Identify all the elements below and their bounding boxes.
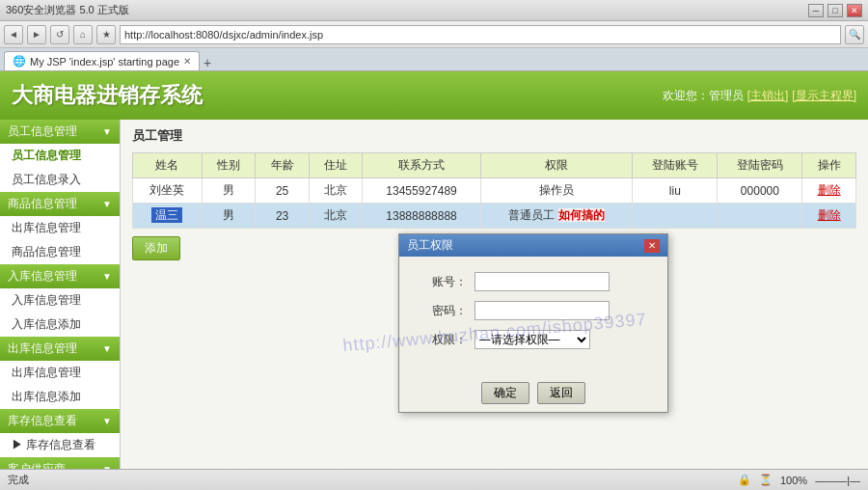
show-home-link[interactable]: [显示主程界] <box>792 88 856 104</box>
role-select[interactable]: —请选择权限— 操作员 普通员工 管理员 <box>475 330 590 349</box>
sidebar-item-inbound-add[interactable]: 入库信息添加 <box>0 313 120 337</box>
modal-overlay: 员工权限 ✕ 账号： 密码： 权限： <box>121 120 868 469</box>
tab-label: My JSP 'index.jsp' starting page <box>30 56 179 68</box>
home-button[interactable]: ⌂ <box>73 25 93 44</box>
header-right: 欢迎您：管理员 [主销出] [显示主程界] <box>663 88 856 104</box>
sidebar-group-inbound-label: 入库信息管理 <box>8 268 77 285</box>
welcome-text: 欢迎您：管理员 <box>663 88 744 104</box>
sidebar-group-inventory[interactable]: 库存信息查看 ▼ <box>0 409 120 433</box>
close-button[interactable]: ✕ <box>847 4 862 17</box>
sidebar-group-goods-label: 商品信息管理 <box>8 196 77 212</box>
sidebar-group-goods[interactable]: 商品信息管理 ▼ <box>0 192 120 216</box>
search-button[interactable]: 🔍 <box>845 25 864 44</box>
status-text: 完成 <box>8 473 738 487</box>
maximize-button[interactable]: □ <box>827 4 843 17</box>
sidebar-group-employee-arrow: ▼ <box>102 126 112 137</box>
refresh-button[interactable]: ↺ <box>50 25 69 44</box>
modal-dialog: 员工权限 ✕ 账号： 密码： 权限： <box>398 233 668 413</box>
back-button[interactable]: ◄ <box>4 25 23 44</box>
app-title: 大商电器进销存系统 <box>12 81 203 110</box>
password-row: 密码： <box>419 301 648 320</box>
browser-tabs: 🌐 My JSP 'index.jsp' starting page ✕ + <box>0 48 868 71</box>
sidebar-group-inbound[interactable]: 入库信息管理 ▼ <box>0 264 120 288</box>
modal-footer: 确定 返回 <box>399 374 667 412</box>
modal-title: 员工权限 <box>407 237 453 254</box>
sidebar-item-inventory[interactable]: ▶ 库存信息查看 <box>0 433 120 457</box>
logout-link[interactable]: [主销出] <box>747 88 789 104</box>
star-button[interactable]: ★ <box>96 25 116 44</box>
sidebar-item-employee-add[interactable]: 员工信息录入 <box>0 168 120 192</box>
status-icon-2: ⏳ <box>759 474 773 486</box>
sidebar-group-customer[interactable]: 客户供应商 ▼ <box>0 457 120 469</box>
modal-close-button[interactable]: ✕ <box>644 239 660 253</box>
role-row: 权限： —请选择权限— 操作员 普通员工 管理员 <box>419 330 648 349</box>
status-right: 🔒 ⏳ 100% ———|— <box>738 474 860 486</box>
app-header: 大商电器进销存系统 欢迎您：管理员 [主销出] [显示主程界] <box>0 71 868 120</box>
sidebar-group-inventory-label: 库存信息查看 <box>8 413 77 429</box>
password-label: 密码： <box>419 303 467 319</box>
browser-title: 360安全浏览器 5.0 正式版 <box>6 3 808 17</box>
sidebar-group-employee-label: 员工信息管理 <box>8 123 77 140</box>
tab-close-icon[interactable]: ✕ <box>183 56 191 67</box>
zoom-level: 100% <box>780 475 807 486</box>
status-icon-1: 🔒 <box>738 474 751 486</box>
forward-button[interactable]: ► <box>27 25 46 44</box>
sidebar-group-outbound-label: 出库信息管理 <box>8 340 77 357</box>
sidebar-group-inbound-arrow: ▼ <box>102 271 112 282</box>
browser-titlebar: 360安全浏览器 5.0 正式版 ─ □ ✕ <box>0 0 868 21</box>
app-container: 大商电器进销存系统 欢迎您：管理员 [主销出] [显示主程界] 员工信息管理 ▼… <box>0 71 868 490</box>
main-content: 员工管理 姓名 性别 年龄 住址 联系方式 权限 登陆账号 登陆密码 操作 <box>121 120 868 469</box>
sidebar-item-outbound-manage[interactable]: 出库信息管理 <box>0 216 120 240</box>
status-bar: 完成 🔒 ⏳ 100% ———|— <box>0 469 868 490</box>
sidebar-item-inbound-manage[interactable]: 入库信息管理 <box>0 288 120 313</box>
sidebar-item-employee-manage[interactable]: 员工信息管理 <box>0 144 120 168</box>
content-area: 员工信息管理 ▼ 员工信息管理 员工信息录入 商品信息管理 ▼ 出库信息管理 商… <box>0 120 868 469</box>
sidebar: 员工信息管理 ▼ 员工信息管理 员工信息录入 商品信息管理 ▼ 出库信息管理 商… <box>0 120 121 469</box>
role-label: 权限： <box>419 332 467 348</box>
sidebar-group-employee[interactable]: 员工信息管理 ▼ <box>0 120 120 144</box>
sidebar-group-inventory-arrow: ▼ <box>102 416 112 426</box>
modal-body: 账号： 密码： 权限： —请选择权限— 操作员 普通员 <box>399 257 667 374</box>
account-row: 账号： <box>419 272 648 291</box>
tab-icon: 🌐 <box>13 55 26 68</box>
browser-toolbar: ◄ ► ↺ ⌂ ★ 🔍 <box>0 21 868 48</box>
password-input[interactable] <box>475 301 610 320</box>
sidebar-item-goods-manage[interactable]: 商品信息管理 <box>0 240 120 264</box>
cancel-button[interactable]: 返回 <box>537 382 585 404</box>
modal-titlebar: 员工权限 ✕ <box>399 234 667 257</box>
active-tab[interactable]: 🌐 My JSP 'index.jsp' starting page ✕ <box>4 51 200 70</box>
account-input[interactable] <box>475 272 610 291</box>
sidebar-item-outbound-manage2[interactable]: 出库信息管理 <box>0 361 120 385</box>
minimize-button[interactable]: ─ <box>808 4 824 17</box>
confirm-button[interactable]: 确定 <box>481 382 529 404</box>
sidebar-group-goods-arrow: ▼ <box>102 199 112 209</box>
new-tab-button[interactable]: + <box>200 55 215 70</box>
account-label: 账号： <box>419 274 467 290</box>
sidebar-item-outbound-add[interactable]: 出库信息添加 <box>0 385 120 409</box>
zoom-slider[interactable]: ———|— <box>815 475 860 486</box>
sidebar-group-outbound[interactable]: 出库信息管理 ▼ <box>0 337 120 361</box>
window-controls: ─ □ ✕ <box>808 4 862 17</box>
address-bar[interactable] <box>120 25 841 44</box>
sidebar-group-customer-label: 客户供应商 <box>8 461 66 469</box>
sidebar-group-outbound-arrow: ▼ <box>102 343 112 354</box>
